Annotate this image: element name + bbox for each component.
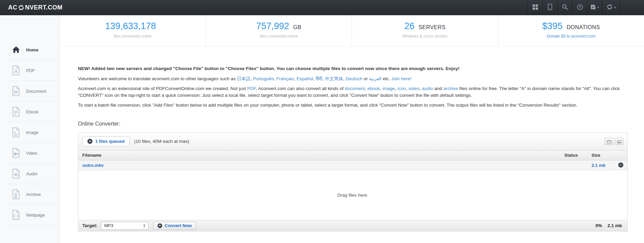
help-button[interactable]: ? (572, 0, 587, 15)
sidebar-item-document[interactable]: Document (0, 81, 59, 101)
brand-suffix: NVERT.COM (25, 4, 63, 11)
convert-now-button[interactable]: + Convert Now (153, 222, 196, 230)
ebook-file-icon (12, 107, 20, 117)
stat-subtitle: files converted online (206, 34, 352, 39)
divider (8, 225, 59, 225)
audio-file-icon (12, 169, 20, 179)
stat-donations: $395 DONATIONS Donate $5 to aconvert.com (498, 15, 644, 46)
add-files-button[interactable]: + 1 files queued (82, 136, 130, 146)
sidebar-item-label: Home (26, 47, 38, 52)
inline-link[interactable]: Deutsch (346, 76, 362, 81)
image-icon (617, 138, 621, 145)
inline-link[interactable]: हिंदी (316, 76, 322, 81)
sidebar-item-archive[interactable]: Archive (0, 184, 59, 204)
section-title: Online Converter: (78, 121, 628, 127)
inline-link[interactable]: Español (296, 76, 313, 81)
totals-group: 0% 2.1 mb (596, 223, 623, 228)
volunteer-text: Volunteers are welcome to translate acon… (78, 75, 628, 82)
inline-link[interactable]: ebook (368, 86, 380, 91)
sidebar-item-ebook[interactable]: Ebook (0, 102, 59, 122)
flash-uploader-button[interactable] (615, 138, 623, 145)
inline-link[interactable]: icon (397, 86, 406, 91)
apps-grid-icon (533, 4, 538, 11)
top-navbar: AC NVERT.COM (0, 0, 644, 15)
target-format-value: MP3 (104, 223, 113, 228)
sidebar-item-audio[interactable]: Audio (0, 163, 59, 184)
converter-footer: Target: MP3 ▴ ▾ + Convert Now 0% 2.1 mb (78, 220, 627, 231)
table-row: outro.mkv 2.1 mb − (78, 160, 627, 170)
word-file-icon (12, 86, 20, 96)
pdf-file-icon (12, 65, 20, 75)
home-icon (12, 46, 20, 53)
column-header-filename: Filename (78, 153, 564, 158)
brand-prefix: AC (8, 4, 17, 11)
sidebar-item-pdf[interactable]: PDF (0, 60, 59, 81)
stat-value: 757,992 (256, 21, 289, 31)
sidebar-item-label: Webpage (26, 213, 45, 218)
brand-logo[interactable]: AC NVERT.COM (0, 0, 63, 15)
donate-link[interactable]: Donate $5 to aconvert.com (498, 34, 644, 39)
inline-link[interactable]: Français (276, 76, 294, 81)
sidebar-item-label: Video (26, 151, 37, 156)
inline-link[interactable]: video (409, 86, 419, 91)
search-icon (562, 4, 568, 11)
inline-link[interactable]: audio (422, 86, 433, 91)
search-button[interactable] (557, 0, 572, 15)
inline-link[interactable]: document (345, 86, 365, 91)
inline-link[interactable]: archive (443, 86, 458, 91)
about-text: Aconvert.com is an extensional site of P… (78, 85, 628, 98)
sidebar-item-webpage[interactable]: Webpage (0, 205, 59, 225)
svg-text:?: ? (579, 5, 581, 9)
inline-link[interactable]: Join here! (391, 76, 411, 81)
stat-unit: SERVERS (418, 24, 445, 30)
apps-button[interactable] (527, 0, 542, 15)
sidebar-item-image[interactable]: Image (0, 122, 59, 142)
total-size: 2.1 mb (607, 223, 622, 228)
drop-hint-text: Drag files here. (337, 193, 369, 198)
svg-text:A: A (591, 5, 594, 9)
archive-file-icon (12, 189, 20, 199)
file-size: 2.1 mb (591, 163, 605, 168)
stat-gb-converted: 757,992 GB files converted online (206, 15, 352, 46)
stat-subtitle: files converted online (60, 34, 206, 39)
sidebar-item-video[interactable]: Video (0, 143, 59, 163)
progress-percent: 0% (596, 223, 602, 228)
inline-link[interactable]: العربية (369, 76, 381, 81)
navbar-icon-group: ? A ▾ ▾ (527, 0, 620, 15)
converter-toolbar: + 1 files queued (10 files, 40M each at … (78, 133, 627, 150)
help-icon: ? (577, 4, 583, 12)
sidebar-item-label: Archive (26, 192, 41, 197)
target-label: Target: (82, 223, 98, 228)
quick-convert-menu-button[interactable]: ▾ (602, 0, 620, 15)
stat-value: 26 (404, 21, 414, 31)
language-menu-button[interactable]: A ▾ (587, 0, 602, 15)
inline-link[interactable]: PDF (247, 86, 256, 91)
inline-link[interactable]: 日本語 (237, 76, 251, 81)
plus-circle-icon: + (158, 223, 162, 228)
main-content: NEW! Added two new servers and changed "… (60, 46, 644, 231)
stat-value: $395 (542, 21, 562, 31)
sidebar-item-home[interactable]: Home (0, 40, 59, 60)
stat-unit: DONATIONS (567, 24, 600, 30)
inline-link[interactable]: image (382, 86, 395, 91)
drop-zone[interactable]: Drag files here. (78, 170, 627, 220)
sidebar-item-label: Image (26, 130, 38, 135)
sidebar-item-label: PDF (26, 68, 35, 73)
sidebar-item-label: Audio (26, 171, 37, 176)
plus-circle-icon: + (87, 139, 92, 144)
column-header-size: Size (591, 153, 614, 158)
basic-uploader-button[interactable] (605, 138, 613, 145)
queued-count-label: 1 files queued (95, 139, 125, 144)
caret-down-icon: ▾ (614, 6, 616, 9)
uploader-toggle-group (605, 138, 623, 145)
online-converter-panel: + 1 files queued (10 files, 40M each at … (78, 132, 628, 231)
select-carets-icon: ▴ ▾ (144, 224, 145, 228)
file-name-link[interactable]: outro.mkv (82, 163, 104, 168)
inline-link[interactable]: Português (253, 76, 274, 81)
inline-link[interactable]: 中文简体 (325, 76, 343, 81)
sidebar-item-label: Document (26, 89, 46, 94)
mobile-version-button[interactable] (542, 0, 557, 15)
stat-value: 139,633,178 (105, 21, 156, 31)
remove-file-button[interactable]: − (618, 162, 623, 168)
target-format-select[interactable]: MP3 ▴ ▾ (101, 222, 148, 230)
